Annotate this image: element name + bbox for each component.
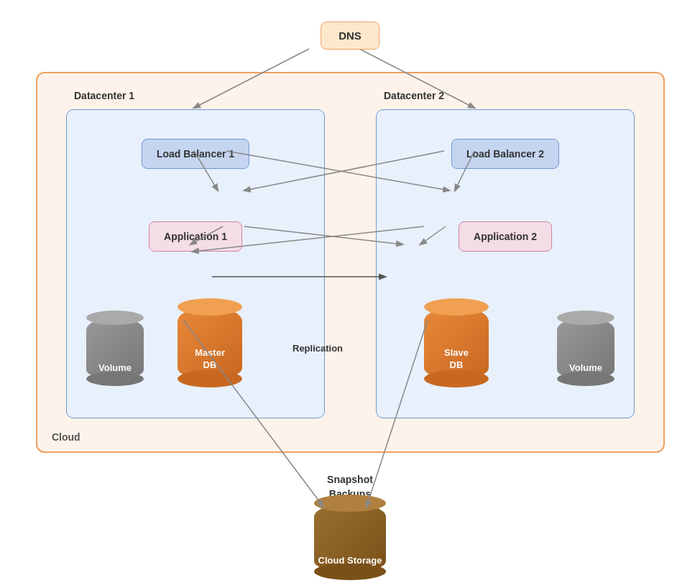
application-2-box: Application 2 (459, 221, 552, 252)
datacenter2-label: Datacenter 2 (384, 90, 444, 101)
load-balancer-2-label: Load Balancer 2 (466, 148, 544, 160)
replication-label: Replication (293, 343, 343, 354)
application-2-label: Application 2 (474, 231, 537, 242)
cloud-box: Cloud Datacenter 1 Load Balancer 1 Appli… (36, 72, 665, 453)
cloud-storage-db (314, 503, 386, 571)
dns-label: DNS (339, 29, 361, 42)
application-1-label: Application 1 (164, 231, 227, 242)
volume-1-db (86, 318, 144, 379)
volume-2-db (557, 318, 614, 379)
slave-db (424, 307, 489, 379)
dns-box: DNS (321, 22, 379, 50)
load-balancer-2-box: Load Balancer 2 (451, 139, 559, 169)
slave-db-wrapper: Slave DB (424, 307, 489, 379)
load-balancer-1-box: Load Balancer 1 (142, 139, 249, 169)
application-1-box: Application 1 (149, 221, 242, 252)
master-db-wrapper: Master DB (178, 307, 242, 379)
volume-1-wrapper: Volume (86, 318, 144, 379)
load-balancer-1-label: Load Balancer 1 (157, 148, 234, 160)
master-db (178, 307, 242, 379)
diagram-container: DNS Cloud Datacenter 1 Load Balancer 1 A… (0, 0, 700, 588)
cloud-label: Cloud (52, 431, 80, 443)
volume-2-wrapper: Volume (557, 318, 614, 379)
datacenter1-label: Datacenter 1 (74, 90, 134, 101)
cloud-storage-wrapper: Cloud Storage (314, 503, 386, 571)
